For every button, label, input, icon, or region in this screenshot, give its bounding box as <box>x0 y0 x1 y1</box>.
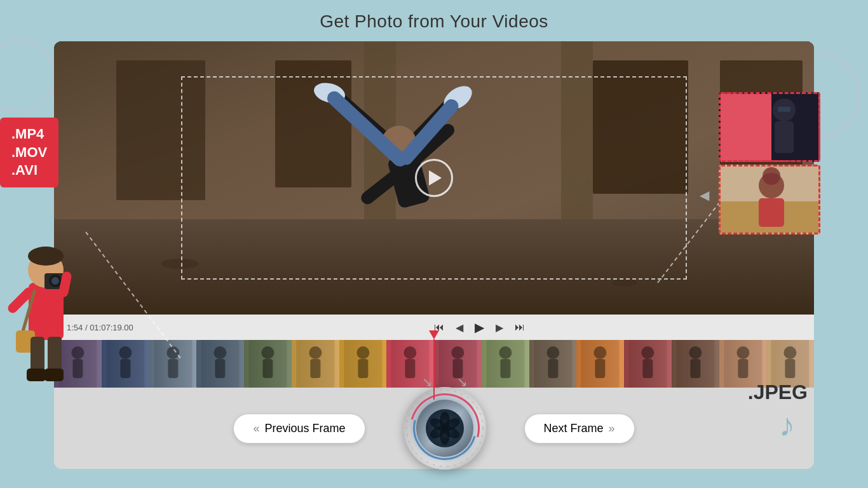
svg-point-37 <box>119 346 132 359</box>
svg-point-40 <box>166 346 179 359</box>
svg-rect-101 <box>44 369 64 381</box>
next-chevrons-icon: » <box>609 422 615 435</box>
transport-controls: ⏮ ◀ ▶ ▶ ⏭ <box>157 318 801 336</box>
shutter-blades <box>426 409 464 447</box>
output-images <box>719 92 820 234</box>
bg-reel-left <box>0 38 57 114</box>
play-button[interactable] <box>415 159 453 197</box>
svg-point-70 <box>641 346 654 359</box>
photographer-character <box>6 226 89 387</box>
lens-shutter <box>426 409 464 447</box>
svg-rect-4 <box>593 60 688 194</box>
svg-rect-24 <box>775 121 794 153</box>
output-image-2 <box>719 165 820 234</box>
svg-point-64 <box>546 346 559 359</box>
next-frame-button[interactable]: Next Frame » <box>524 414 635 444</box>
svg-rect-41 <box>168 359 178 378</box>
play-pause-button[interactable]: ▶ <box>471 318 487 336</box>
svg-point-61 <box>499 346 512 359</box>
svg-point-90 <box>28 247 64 266</box>
svg-rect-74 <box>690 359 700 378</box>
output-arrow: ◀ <box>700 187 709 203</box>
video-player <box>54 41 814 315</box>
svg-point-55 <box>404 346 417 359</box>
svg-rect-25 <box>778 107 790 112</box>
svg-rect-44 <box>215 359 226 378</box>
timeline-frame <box>339 340 387 388</box>
timeline-frame <box>292 340 339 388</box>
svg-rect-100 <box>27 369 46 381</box>
timeline-frame <box>196 340 244 388</box>
svg-line-94 <box>13 292 29 308</box>
music-note-decoration: ♪ <box>779 407 795 444</box>
svg-rect-3 <box>275 60 351 187</box>
svg-point-73 <box>689 346 702 359</box>
svg-rect-50 <box>310 359 320 378</box>
previous-frame-button[interactable]: « Previous Frame <box>233 414 365 444</box>
output-section: .JPEG <box>719 92 820 404</box>
svg-point-10 <box>612 279 637 287</box>
timeline-frame <box>149 340 197 388</box>
svg-rect-47 <box>262 359 273 378</box>
playhead <box>429 330 439 400</box>
playhead-line <box>433 339 435 400</box>
svg-point-67 <box>594 346 607 359</box>
lens-dial[interactable]: ↙ ↘ <box>403 387 486 470</box>
shutter-svg <box>426 409 464 447</box>
svg-point-46 <box>261 346 274 359</box>
svg-rect-31 <box>759 198 784 227</box>
svg-rect-68 <box>595 359 606 378</box>
page-title: Get Photo from Your Videos <box>0 0 868 32</box>
main-container: .MP4 .MOV .AVI <box>54 41 814 469</box>
timeline-frame <box>672 340 719 388</box>
timeline-frame <box>529 340 577 388</box>
step-back-button[interactable]: ◀ <box>452 320 466 335</box>
jpeg-label: .JPEG <box>719 381 808 404</box>
svg-point-9 <box>161 259 199 269</box>
playhead-marker <box>429 330 439 339</box>
svg-rect-65 <box>548 359 558 378</box>
previous-frame-label: Previous Frame <box>264 422 345 435</box>
step-forward-button[interactable]: ▶ <box>492 320 506 335</box>
play-icon <box>429 170 442 186</box>
photographer-svg <box>6 226 89 384</box>
svg-rect-53 <box>358 359 368 378</box>
svg-point-32 <box>763 167 780 185</box>
svg-point-43 <box>214 346 227 359</box>
video-bg <box>54 41 814 315</box>
svg-point-49 <box>309 346 322 359</box>
timeline-frame <box>624 340 672 388</box>
svg-rect-71 <box>642 359 653 378</box>
svg-rect-62 <box>500 359 510 378</box>
timeline-frame <box>102 340 149 388</box>
timeline-frame <box>482 340 529 388</box>
lens-outer-ring <box>403 387 486 470</box>
timeline-frame <box>244 340 292 388</box>
output-image-1 <box>719 92 820 162</box>
svg-rect-2 <box>116 60 205 200</box>
timeline-frame <box>576 340 624 388</box>
svg-point-52 <box>356 346 369 359</box>
skip-to-end-button[interactable]: ⏭ <box>512 320 528 334</box>
svg-point-93 <box>51 277 59 285</box>
lens-inner <box>416 400 473 457</box>
svg-line-95 <box>64 276 67 292</box>
prev-chevrons-icon: « <box>253 422 259 435</box>
svg-rect-38 <box>120 359 130 378</box>
output-photo-2 <box>721 166 820 234</box>
svg-point-58 <box>451 346 464 359</box>
format-badge: .MP4 .MOV .AVI <box>0 118 58 187</box>
bottom-controls-area: « Previous Frame ↙ ↘ <box>54 388 814 469</box>
output-photo-1 <box>721 94 820 162</box>
next-frame-label: Next Frame <box>544 422 604 435</box>
